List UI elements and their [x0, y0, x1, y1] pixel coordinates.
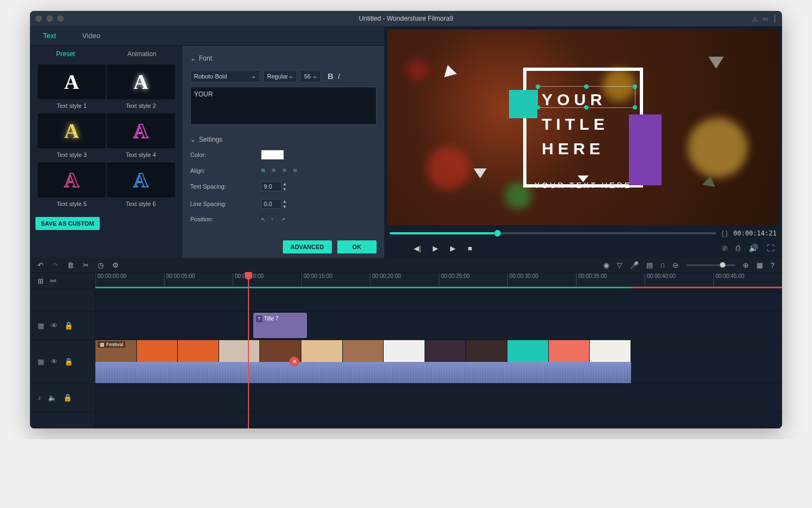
- timeline-ruler[interactable]: 00:00:00:00 00:00:05:00 00:00:10:00 00:0…: [95, 273, 782, 288]
- delete-button[interactable]: 🗑: [67, 261, 74, 269]
- save-as-custom-button[interactable]: SAVE AS CUSTOM: [35, 217, 100, 230]
- title-line-3: HERE: [542, 136, 609, 161]
- title-frame[interactable]: YOUR TITLE HERE: [523, 68, 643, 188]
- menu-icon[interactable]: ⎮: [773, 15, 777, 22]
- text-spacing-input[interactable]: [261, 182, 282, 191]
- text-style-2[interactable]: AText style 2: [107, 64, 175, 112]
- align-justify-button[interactable]: ≡: [293, 166, 298, 174]
- timeline-view-icon[interactable]: ▦: [756, 261, 763, 269]
- title-clip[interactable]: TTitle 7: [253, 313, 307, 338]
- maximize-window[interactable]: [57, 15, 64, 22]
- clip-thumbnail: [384, 340, 425, 362]
- text-style-3[interactable]: AText style 3: [38, 113, 106, 161]
- user-icon[interactable]: △: [753, 15, 757, 22]
- subtab-preset[interactable]: Preset: [56, 50, 75, 58]
- loop-brackets-icon[interactable]: { }: [722, 229, 728, 237]
- film-icon: ▦: [38, 322, 44, 330]
- line-spacing-input[interactable]: [261, 199, 282, 209]
- close-window[interactable]: [35, 15, 42, 22]
- accent-shape: [474, 168, 487, 178]
- text-style-5[interactable]: AText style 5: [38, 162, 106, 210]
- clip-thumbnail: [137, 340, 178, 362]
- speed-button[interactable]: ◷: [98, 261, 104, 269]
- italic-button[interactable]: I: [338, 71, 340, 81]
- film-icon: ▦: [38, 358, 44, 366]
- add-track-icon[interactable]: ⊞: [38, 277, 44, 285]
- marker-icon[interactable]: ▽: [617, 261, 622, 269]
- minimize-window[interactable]: [46, 15, 53, 22]
- font-family-select[interactable]: Roboto Bold⌄: [190, 70, 260, 82]
- snapshot-icon[interactable]: ⎙: [736, 244, 740, 252]
- voiceover-icon[interactable]: 🎤: [630, 261, 639, 269]
- lock-icon[interactable]: 🔒: [63, 394, 72, 402]
- mute-icon[interactable]: 🔈: [48, 394, 57, 402]
- render-icon[interactable]: ◉: [603, 261, 609, 269]
- lock-icon[interactable]: 🔒: [64, 358, 73, 366]
- title-track[interactable]: TTitle 7: [95, 312, 782, 340]
- titlebar: Untitled - Wondershare Filmora9 △ ▭ ⎮: [30, 11, 782, 26]
- link-icon[interactable]: ⚯: [50, 277, 56, 285]
- subtab-animation[interactable]: Animation: [128, 50, 156, 58]
- playhead[interactable]: [248, 273, 249, 428]
- zoom-in-icon[interactable]: ⊕: [743, 261, 749, 269]
- clip-thumbnail: [466, 340, 507, 362]
- adjust-button[interactable]: ⚙: [112, 261, 119, 269]
- zoom-slider[interactable]: [686, 264, 735, 266]
- text-style-6[interactable]: AText style 6: [107, 162, 175, 210]
- fullscreen-icon[interactable]: ⛶: [767, 244, 774, 252]
- undo-button[interactable]: ↶: [38, 261, 44, 269]
- clip-thumbnail: [343, 340, 384, 362]
- stop-button[interactable]: ■: [468, 244, 472, 252]
- position-grid[interactable]: ↖↑↗: [261, 216, 288, 222]
- video-track[interactable]: ▦Festival ✕: [95, 340, 782, 383]
- selection-box[interactable]: [537, 86, 635, 108]
- volume-icon[interactable]: 🔊: [749, 244, 758, 252]
- visibility-icon[interactable]: 👁: [51, 322, 58, 330]
- tab-video[interactable]: Video: [69, 26, 113, 45]
- music-icon: ♪: [38, 394, 41, 402]
- crop-icon[interactable]: ⎍: [660, 261, 665, 269]
- preset-grid: AText style 1 AText style 2 AText style …: [30, 62, 183, 213]
- align-right-button[interactable]: ≡: [282, 166, 287, 174]
- zoom-out-icon[interactable]: ⊖: [672, 261, 678, 269]
- next-frame-button[interactable]: ▶: [450, 244, 456, 252]
- align-center-button[interactable]: ≡: [272, 166, 276, 174]
- font-weight-select[interactable]: Regular⌄: [263, 70, 297, 82]
- ok-button[interactable]: OK: [337, 240, 377, 253]
- playhead-marker-icon[interactable]: ✕: [289, 356, 299, 366]
- stepper-icon[interactable]: ▴▾: [282, 198, 286, 209]
- lock-icon[interactable]: 🔒: [64, 322, 73, 330]
- preview-scrubber[interactable]: [390, 232, 716, 234]
- mixer-icon[interactable]: ▤: [646, 261, 653, 269]
- align-left-button[interactable]: ≡: [261, 166, 265, 174]
- split-button[interactable]: ✂: [83, 261, 89, 269]
- text-style-4[interactable]: AText style 4: [107, 113, 175, 161]
- video-clip[interactable]: ▦Festival: [95, 340, 631, 383]
- messages-icon[interactable]: ▭: [762, 15, 768, 22]
- prev-frame-button[interactable]: ◀|: [414, 244, 421, 252]
- position-label: Position:: [190, 216, 261, 222]
- clip-thumbnail: [507, 340, 549, 362]
- window-title: Untitled - Wondershare Filmora9: [359, 15, 453, 22]
- help-icon[interactable]: ?: [771, 261, 774, 269]
- font-section-header[interactable]: ⌄ Font: [190, 51, 377, 65]
- text-spacing-label: Text Spacing:: [190, 183, 261, 190]
- text-style-1[interactable]: AText style 1: [38, 64, 106, 112]
- visibility-icon[interactable]: 👁: [51, 358, 58, 366]
- tab-text[interactable]: Text: [30, 26, 69, 45]
- redo-button[interactable]: ↷: [52, 261, 58, 269]
- clip-thumbnail: [590, 340, 631, 362]
- text-content-input[interactable]: YOUR: [190, 87, 377, 125]
- font-size-select[interactable]: 56⌄: [300, 70, 321, 82]
- audio-track[interactable]: [95, 384, 782, 412]
- settings-section-header[interactable]: ⌄ Settings: [190, 132, 377, 147]
- preview-canvas[interactable]: YOUR TITLE HERE YOUR TEXT HERE: [387, 29, 779, 225]
- film-icon: ▦: [100, 342, 105, 347]
- stepper-icon[interactable]: ▴▾: [282, 181, 286, 192]
- clip-thumbnail: [549, 340, 590, 362]
- color-swatch[interactable]: [261, 150, 284, 160]
- play-button[interactable]: ▶: [433, 244, 438, 252]
- advanced-button[interactable]: ADVANCED: [283, 240, 332, 253]
- bold-button[interactable]: B: [328, 71, 334, 81]
- quality-icon[interactable]: ⎚: [723, 244, 727, 252]
